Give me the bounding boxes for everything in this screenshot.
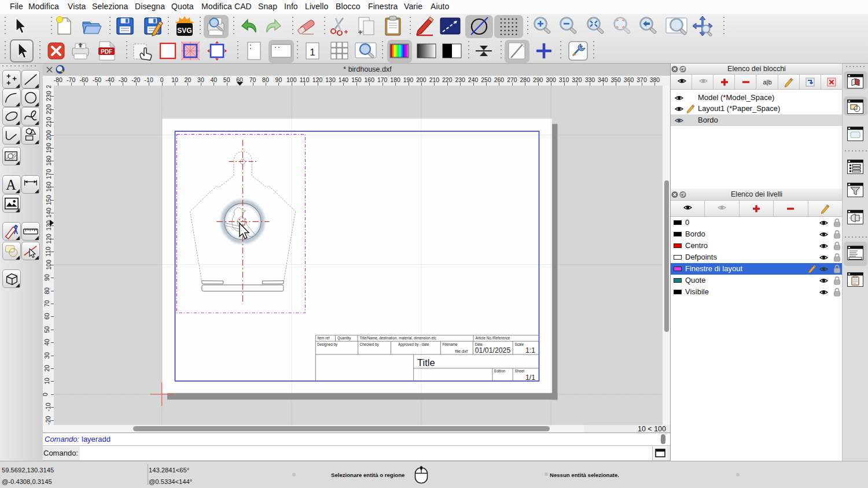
svg-text:Filename: Filename: [443, 342, 458, 346]
svg-text:Article No./Reference: Article No./Reference: [476, 336, 510, 340]
svg-text:Approved by - date: Approved by - date: [398, 342, 429, 347]
svg-text:Scale: Scale: [515, 342, 524, 346]
svg-text:A: A: [6, 177, 16, 193]
svg-text:SVG: SVG: [177, 27, 192, 35]
svg-text:1:1: 1:1: [525, 346, 535, 354]
svg-text:Item ref: Item ref: [317, 336, 330, 340]
svg-text:Designed by: Designed by: [317, 342, 338, 347]
svg-text:PDF: PDF: [101, 49, 112, 55]
svg-text:Title: Title: [417, 357, 435, 368]
svg-text:Checked by: Checked by: [360, 342, 380, 347]
svg-text:Edition: Edition: [494, 369, 506, 373]
svg-text:Date: Date: [475, 342, 483, 346]
svg-text:a|b: a|b: [763, 79, 771, 86]
svg-text:Title/Name, destination, mater: Title/Name, destination, material, dimen…: [360, 336, 436, 340]
svg-text:01/01/2025: 01/01/2025: [475, 346, 511, 354]
svg-text:1: 1: [310, 47, 315, 58]
svg-text:file.dxf: file.dxf: [455, 349, 468, 354]
svg-text:1/1: 1/1: [525, 374, 535, 382]
svg-text:Sheet: Sheet: [515, 369, 525, 373]
svg-text:Quantity: Quantity: [337, 336, 351, 341]
